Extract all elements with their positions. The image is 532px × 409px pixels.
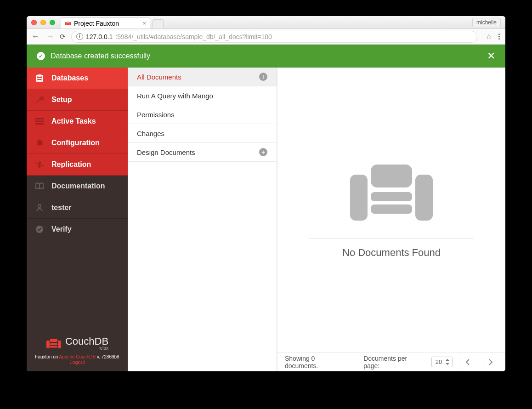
sidebar-item-label: tester	[51, 204, 72, 212]
url-host: 127.0.0.1	[86, 33, 113, 40]
close-window-icon[interactable]	[31, 20, 37, 25]
notification-text: Database created successfully	[51, 52, 150, 60]
profile-badge[interactable]: michelle	[472, 18, 501, 27]
subnav-all-documents[interactable]: All Documents +	[128, 68, 277, 86]
gear-icon	[35, 139, 44, 147]
sidebar-item-label: Configuration	[51, 139, 100, 147]
window-controls	[31, 20, 55, 25]
prev-page-button[interactable]	[460, 352, 475, 372]
svg-rect-18	[371, 192, 412, 201]
success-check-icon: ✓	[37, 52, 45, 60]
svg-rect-20	[371, 165, 412, 187]
subnav-mango-query[interactable]: Run A Query with Mango	[128, 86, 277, 105]
sidebar-item-documentation[interactable]: Documentation	[27, 176, 128, 197]
back-button[interactable]: ←	[31, 32, 40, 41]
sidebar-footer: CouchDB relax Fauxton on Apache CouchDB …	[27, 330, 128, 371]
next-page-button[interactable]	[483, 352, 498, 372]
subnav-design-documents[interactable]: Design Documents +	[128, 143, 277, 162]
tab-close-icon[interactable]: ×	[142, 20, 146, 27]
svg-rect-12	[58, 341, 61, 348]
favicon-icon	[65, 20, 71, 27]
add-document-icon[interactable]: +	[259, 73, 267, 81]
chevron-left-icon	[465, 359, 470, 365]
sidebar-item-label: Databases	[51, 74, 88, 82]
wrench-icon	[35, 96, 44, 104]
sidebar-item-label: Replication	[51, 160, 91, 169]
apache-link[interactable]: Apache CouchDB	[59, 354, 96, 359]
empty-title: No Documents Found	[342, 247, 441, 259]
svg-rect-1	[67, 23, 69, 25]
svg-rect-11	[46, 341, 50, 348]
sidebar-item-configuration[interactable]: Configuration	[27, 132, 128, 154]
svg-rect-3	[67, 22, 69, 23]
book-icon	[35, 182, 44, 190]
pagination-bar: Showing 0 documents. Documents per page:…	[277, 352, 505, 371]
forward-button: →	[46, 32, 54, 41]
svg-rect-2	[69, 22, 71, 25]
couch-logo-icon	[46, 338, 62, 350]
per-page-label: Documents per page:	[363, 355, 424, 369]
svg-rect-5	[35, 118, 44, 119]
svg-rect-16	[350, 175, 368, 221]
secondary-sidebar: All Documents + Run A Query with Mango P…	[128, 68, 277, 371]
subnav-permissions[interactable]: Permissions	[128, 105, 277, 124]
notification-close-icon[interactable]: ✕	[487, 50, 495, 62]
url-path: :5984/_utils/#database/sample_db/_all_do…	[115, 33, 272, 40]
svg-rect-14	[50, 346, 57, 347]
version-line: Fauxton on Apache CouchDB v. 72869b8	[31, 354, 123, 359]
tab-strip: Project Fauxton ×	[61, 16, 501, 28]
svg-rect-13	[50, 343, 57, 345]
main-panel: No Documents Found Showing 0 documents. …	[277, 68, 505, 371]
sidebar-item-replication[interactable]: Replication	[27, 154, 128, 176]
tab-title: Project Fauxton	[74, 20, 119, 27]
divider	[309, 238, 474, 239]
sidebar-item-databases[interactable]: Databases	[27, 68, 128, 89]
window-titlebar: Project Fauxton × michelle	[27, 16, 505, 29]
svg-rect-19	[371, 204, 412, 214]
reload-button[interactable]: ⟳	[60, 33, 66, 41]
subnav-changes[interactable]: Changes	[128, 124, 277, 143]
user-icon	[35, 204, 44, 212]
tasks-icon	[35, 118, 44, 125]
couchdb-logo: CouchDB relax	[31, 336, 123, 351]
subnav-label: Design Documents	[137, 148, 195, 156]
primary-sidebar: Databases Setup Active Tasks Configurati…	[27, 68, 128, 371]
browser-menu-icon[interactable]	[498, 34, 501, 40]
app-body: Databases Setup Active Tasks Configurati…	[27, 68, 505, 371]
address-bar[interactable]: i 127.0.0.1:5984/_utils/#database/sample…	[71, 31, 477, 43]
new-tab-button[interactable]	[153, 19, 164, 28]
nav-arrows: ← →	[31, 32, 54, 41]
svg-rect-6	[35, 121, 44, 122]
notification-banner: ✓ Database created successfully ✕	[27, 45, 505, 68]
maximize-window-icon[interactable]	[50, 20, 55, 25]
sidebar-item-verify[interactable]: Verify	[27, 219, 128, 240]
svg-rect-15	[50, 339, 57, 342]
sidebar-item-user[interactable]: tester	[27, 197, 128, 219]
subnav-label: All Documents	[137, 73, 181, 81]
svg-rect-0	[65, 22, 67, 25]
verify-check-icon	[35, 225, 44, 233]
svg-rect-7	[35, 123, 44, 125]
browser-window: Project Fauxton × michelle ← → ⟳ i 127.0…	[27, 16, 505, 371]
chevron-right-icon	[488, 359, 493, 365]
add-design-doc-icon[interactable]: +	[259, 148, 267, 156]
browser-toolbar: ← → ⟳ i 127.0.0.1:5984/_utils/#database/…	[27, 29, 505, 45]
logout-link[interactable]: Logout	[69, 359, 85, 365]
bookmark-icon[interactable]: ☆	[486, 32, 492, 41]
sidebar-item-label: Verify	[51, 225, 72, 233]
sidebar-item-setup[interactable]: Setup	[27, 89, 128, 111]
replication-icon	[35, 161, 44, 168]
sidebar-item-label: Documentation	[51, 182, 105, 190]
svg-rect-17	[415, 175, 433, 221]
svg-point-9	[38, 204, 41, 207]
subnav-label: Permissions	[137, 111, 175, 119]
version-prefix: Fauxton on	[35, 354, 59, 359]
per-page-select[interactable]: 20	[431, 357, 453, 367]
subnav-label: Changes	[137, 130, 164, 137]
browser-tab[interactable]: Project Fauxton ×	[61, 17, 150, 28]
site-info-icon[interactable]: i	[76, 33, 83, 40]
sidebar-item-label: Setup	[51, 96, 72, 104]
database-icon	[35, 74, 44, 82]
minimize-window-icon[interactable]	[40, 20, 46, 25]
sidebar-item-active-tasks[interactable]: Active Tasks	[27, 111, 128, 132]
